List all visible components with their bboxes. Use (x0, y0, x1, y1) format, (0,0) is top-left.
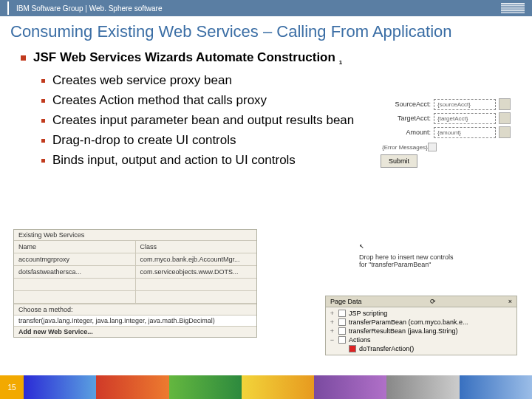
lookup-icon[interactable] (499, 112, 511, 124)
form-row: Amount: {amount} (381, 126, 517, 138)
slide-title: Consuming Existing Web Services – Callin… (0, 16, 532, 46)
cell-class: com.serviceobjects.www.DOTS... (136, 266, 257, 278)
cell-name: dotsfastweathersca... (14, 266, 136, 278)
bullet-text: Creates Action method that calls proxy (52, 93, 267, 108)
bullet-text: Creates input parameter bean and output … (52, 113, 354, 128)
bullet-icon (41, 139, 45, 143)
form-row: SourceAcct: {sourceAcct} (381, 98, 517, 110)
cursor-icon: ↖ (359, 241, 463, 250)
table-row[interactable] (14, 279, 256, 291)
add-web-service-button[interactable]: Add new Web Service... (14, 326, 256, 337)
bullet-text: Drag-n-drop to create UI controls (52, 133, 236, 148)
svg-rect-3 (501, 9, 525, 10)
top-bar: IBM Software Group | Web. Sphere softwar… (0, 0, 532, 16)
topbar-text: IBM Software Group | Web. Sphere softwar… (16, 4, 163, 13)
page-number: 15 (0, 375, 24, 399)
heading-footnote: 1 (339, 59, 342, 66)
svg-rect-0 (501, 3, 525, 4)
bullet-text: Binds input, output and action to UI con… (52, 153, 296, 168)
web-services-panel: Existing Web Services Name Class account… (13, 229, 257, 338)
tree-node[interactable]: +JSP scripting (329, 309, 514, 318)
cell-class: com.myco.bank.ejb.AccountMgr... (136, 253, 257, 265)
error-messages-row: {Error Messages} (382, 143, 517, 151)
bullet-item: Creates web service proxy bean (41, 73, 511, 88)
submit-button[interactable]: Submit (381, 154, 417, 168)
bullet-icon (21, 55, 26, 61)
form-row: TargetAcct: {targetAcct} (381, 112, 517, 124)
svg-rect-1 (501, 5, 525, 6)
tree-node[interactable]: +transferResultBean (java.lang.String) (329, 327, 514, 335)
form-preview-panel: SourceAcct: {sourceAcct} TargetAcct: {ta… (381, 96, 517, 168)
table-row[interactable] (14, 291, 256, 304)
heading-text: JSF Web Services Wizards Automate Constr… (33, 50, 335, 64)
bullet-text: Creates web service proxy bean (52, 73, 232, 88)
table-row[interactable]: dotsfastweathersca... com.serviceobjects… (14, 266, 256, 279)
form-label: TargetAcct: (381, 115, 434, 122)
method-select[interactable]: transfer(java.lang.Integer, java.lang.In… (14, 316, 256, 326)
footer: 15 (0, 375, 532, 399)
svg-rect-2 (501, 7, 525, 7)
drop-hint: ↖ Drop here to insert new controls for "… (355, 236, 467, 273)
form-label: SourceAcct: (381, 100, 434, 108)
drop-hint-text: Drop here to insert new controls for "tr… (359, 253, 454, 268)
page-data-panel: Page Data ⟳ × +JSP scripting +transferPa… (325, 296, 517, 355)
cell-name: accountmgrproxy (14, 253, 136, 265)
error-label: {Error Messages} (382, 144, 428, 151)
ibm-logo-icon (501, 3, 525, 13)
error-box-icon (428, 143, 437, 151)
bullet-icon (41, 79, 45, 83)
heading-row: JSF Web Services Wizards Automate Constr… (21, 50, 511, 66)
form-label: Amount: (381, 129, 434, 136)
tree-node[interactable]: doTransferAction() (329, 344, 514, 353)
form-input[interactable]: {amount} (434, 127, 496, 138)
panel-title: Existing Web Services (14, 230, 256, 241)
bullet-icon (41, 159, 45, 163)
page-data-title: Page Data (330, 298, 362, 305)
svg-rect-4 (501, 10, 525, 11)
col-header-name: Name (14, 241, 136, 253)
tree-node[interactable]: +transferParamBean (com.myco.bank.e... (329, 318, 514, 327)
close-icon[interactable]: × (508, 298, 512, 305)
col-header-class: Class (136, 241, 257, 253)
panel-toolbar-icon[interactable]: ⟳ (430, 298, 436, 305)
lookup-icon[interactable] (499, 126, 511, 138)
footer-band (24, 375, 532, 399)
form-input[interactable]: {sourceAcct} (434, 99, 496, 110)
choose-method-label: Choose a method: (14, 304, 256, 316)
bullet-icon (41, 119, 45, 123)
form-input[interactable]: {targetAcct} (434, 113, 496, 124)
lookup-icon[interactable] (499, 98, 511, 110)
svg-rect-5 (501, 13, 525, 13)
table-row[interactable]: accountmgrproxy com.myco.bank.ejb.Accoun… (14, 253, 256, 266)
bullet-icon (41, 99, 45, 103)
tree-node[interactable]: −Actions (329, 335, 514, 344)
divider (7, 1, 9, 15)
